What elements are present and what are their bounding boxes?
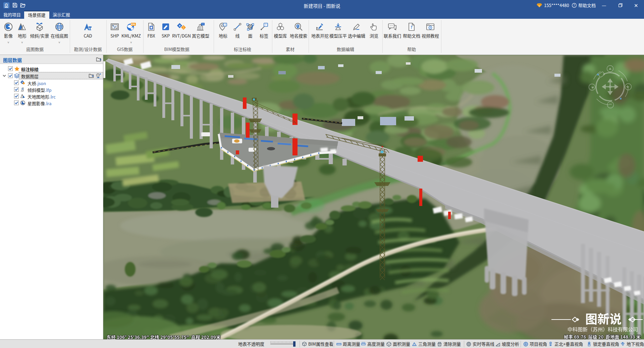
svg-text:2: 2: [183, 26, 184, 29]
svg-text:中科图新（苏州）科技有限公司: 中科图新（苏州）科技有限公司: [568, 326, 638, 333]
svg-text:T: T: [224, 23, 226, 26]
svg-text:N: N: [550, 342, 551, 344]
svg-text:KML: KML: [131, 22, 136, 26]
svg-text:N: N: [589, 342, 590, 344]
svg-text:图新说: 图新说: [585, 309, 622, 327]
svg-text:?: ?: [411, 24, 413, 30]
svg-text:T: T: [265, 23, 267, 26]
svg-text:T: T: [202, 22, 204, 26]
svg-text:V: V: [539, 4, 540, 7]
svg-text:?: ?: [574, 3, 575, 7]
